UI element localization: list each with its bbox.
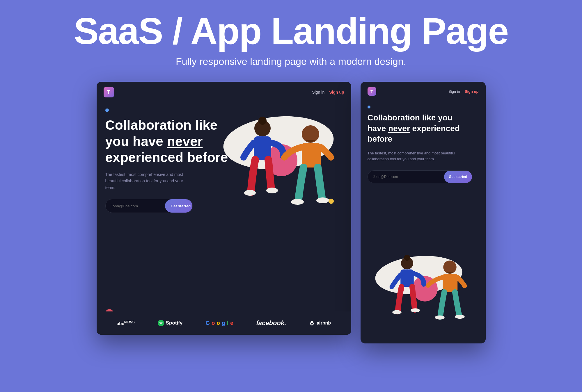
persons-svg-small <box>366 242 486 343</box>
spotify-icon <box>158 320 164 326</box>
brand-google: Google <box>205 320 233 326</box>
dot-accent-blue-small <box>368 106 370 108</box>
page-subtitle: Fully responsive landing page with a mod… <box>176 56 406 67</box>
email-form-small: Get started <box>368 170 472 183</box>
nav-links-large: Sign in Sign up <box>312 90 344 95</box>
cta-button-small[interactable]: Get started <box>444 171 472 183</box>
brand-abc: abcNEWS <box>117 320 135 326</box>
hero-content-small: Collaboration like youhave never experie… <box>361 101 486 183</box>
google-g2: g <box>222 320 225 326</box>
brand-abc-label: abcNEWS <box>117 320 135 326</box>
logo-letter-small: T <box>370 89 373 94</box>
mockup-large: T Sign in Sign up Collaboration likeyou … <box>97 82 351 335</box>
nav-signin-small[interactable]: Sign in <box>448 89 460 94</box>
nav-signin-large[interactable]: Sign in <box>312 90 324 95</box>
hero-content-large: Collaboration likeyou have neverexperien… <box>97 103 351 213</box>
dot-accent-blue <box>105 108 109 112</box>
airbnb-icon <box>309 320 315 326</box>
brand-airbnb: airbnb <box>309 320 331 326</box>
nav-signup-small[interactable]: Sign up <box>465 89 479 94</box>
svg-point-19 <box>455 315 464 319</box>
logo-bar-large: abcNEWS Spotify Google facebook. <box>97 311 351 335</box>
email-input-large[interactable] <box>106 199 165 213</box>
heading-never: never <box>167 134 203 149</box>
svg-point-15 <box>411 309 420 313</box>
svg-point-18 <box>435 316 444 320</box>
brand-spotify: Spotify <box>158 320 183 326</box>
svg-point-12 <box>404 255 410 261</box>
google-o2: o <box>217 320 220 326</box>
brand-google-label: G <box>205 320 210 326</box>
logo-icon-large: T <box>104 87 114 97</box>
brand-spotify-label: Spotify <box>166 320 183 326</box>
mockup-small: T Sign in Sign up Collaboration like you… <box>361 82 486 343</box>
logo-icon-small: T <box>368 87 376 96</box>
email-input-small[interactable] <box>368 171 444 183</box>
hero-description-small: The fastest, most comprehensive and most… <box>368 150 472 163</box>
brand-facebook: facebook. <box>256 319 286 327</box>
google-e: e <box>230 320 233 326</box>
navbar-small: T Sign in Sign up <box>361 82 486 101</box>
google-o: o <box>212 320 215 326</box>
brand-airbnb-label: airbnb <box>317 320 331 326</box>
nav-links-small: Sign in Sign up <box>448 89 478 94</box>
heading-text-2: experienced before <box>105 150 228 165</box>
nav-signup-large[interactable]: Sign up <box>329 90 344 95</box>
brand-facebook-label: facebook. <box>256 319 286 327</box>
mockups-container: T Sign in Sign up Collaboration likeyou … <box>17 82 565 343</box>
svg-point-14 <box>392 310 402 314</box>
cta-button-large[interactable]: Get started <box>165 199 193 213</box>
hero-heading-small: Collaboration like youhave never experie… <box>368 113 466 144</box>
email-form-large: Get started <box>105 199 193 213</box>
heading-small-never: never <box>388 124 410 133</box>
hero-heading-large: Collaboration likeyou have neverexperien… <box>105 117 343 165</box>
page-title: SaaS / App Landing Page <box>74 12 508 51</box>
google-l: l <box>227 320 228 326</box>
logo-letter: T <box>107 89 110 95</box>
illustration-small <box>366 242 486 343</box>
page-background: SaaS / App Landing Page Fully responsive… <box>0 0 582 392</box>
navbar-large: T Sign in Sign up <box>97 82 351 103</box>
hero-description-large: The fastest, most comprehensive and most… <box>105 171 187 191</box>
